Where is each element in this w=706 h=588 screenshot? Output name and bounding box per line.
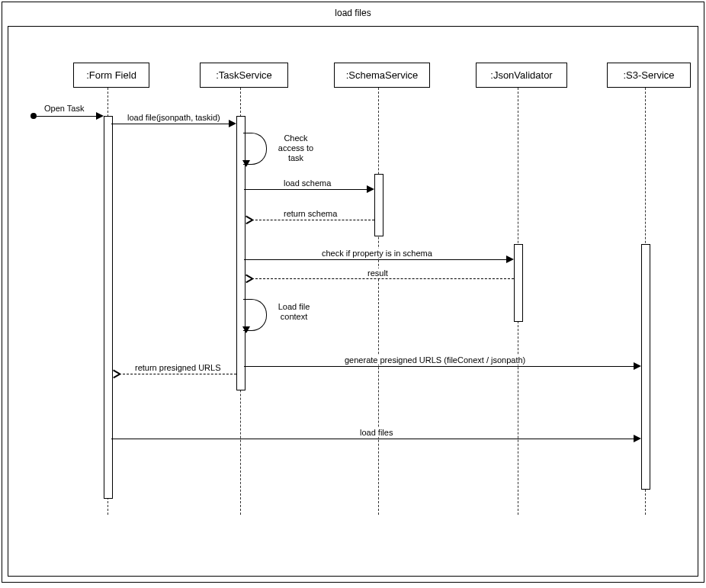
arrowhead-return-schema [245,216,253,223]
diagram-title: load files [0,8,706,18]
arrowhead-load-file [229,120,236,127]
arrowhead-open-task [96,112,104,120]
found-message-circle [30,113,37,119]
self-arrow-load-context [242,326,250,333]
arrow-return-schema [252,220,374,220]
participant-json-validator: :JsonValidator [476,63,567,88]
arrow-load-files [111,439,635,439]
arrow-result [252,278,514,279]
arrowhead-check-property [506,255,514,263]
arrow-generate-presigned [244,366,635,367]
label-load-file: load file(jsonpath, taskid) [126,113,222,122]
label-load-files: load files [358,428,394,437]
lifeline-schema-service [378,88,379,515]
arrowhead-load-schema [367,185,374,193]
label-return-schema: return schema [282,209,339,218]
participant-schema-service: :SchemaService [334,63,430,88]
activation-schema-service [374,174,383,236]
arrowhead-load-files [634,435,641,442]
label-load-context: Load file context [271,302,316,322]
label-generate-presigned: generate presigned URLS (fileConext / js… [343,355,527,365]
label-check-property: check if property is in schema [320,249,434,258]
arrowhead-generate-presigned [634,362,641,370]
participant-task-service: :TaskService [200,63,288,88]
arrow-check-property [244,259,508,260]
label-check-access: Check access to task [271,133,320,164]
self-arrow-check-access [242,160,250,167]
label-result: result [366,268,390,278]
arrow-open-task [37,116,98,117]
activation-json-validator [514,244,523,322]
label-open-task: Open Task [43,104,85,113]
participant-form-field: :Form Field [73,63,149,88]
label-load-schema: load schema [282,178,332,188]
arrow-load-file [111,124,230,124]
participant-s3-service: :S3-Service [607,63,691,88]
label-return-presigned: return presigned URLS [133,363,223,372]
arrow-return-presigned [119,374,236,374]
activation-s3-service [641,244,650,490]
arrow-load-schema [244,189,368,190]
activation-form-field [104,116,113,499]
diagram-container: load files :Form Field :TaskService :Sch… [0,0,706,588]
arrowhead-result [245,275,253,282]
arrowhead-return-presigned [113,370,120,378]
